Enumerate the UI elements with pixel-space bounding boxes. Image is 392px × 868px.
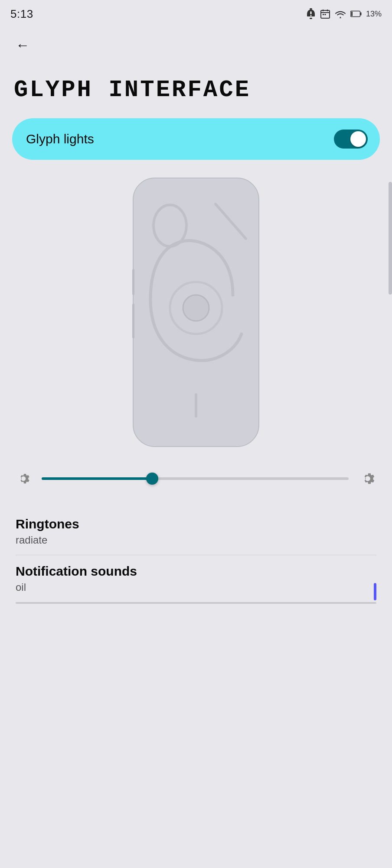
- alert-icon: [306, 8, 316, 19]
- toggle-knob: [350, 131, 366, 147]
- svg-rect-20: [132, 269, 134, 295]
- glyph-lights-toggle-card[interactable]: Glyph lights: [12, 118, 380, 160]
- glyph-lights-label: Glyph lights: [26, 132, 94, 146]
- svg-rect-21: [132, 304, 134, 338]
- back-button[interactable]: ←: [12, 35, 33, 55]
- scrollbar[interactable]: [389, 182, 392, 295]
- svg-rect-3: [310, 11, 311, 14]
- brightness-slider-row: [0, 468, 392, 489]
- phone-svg: [129, 174, 263, 451]
- ringtones-section[interactable]: Ringtones radiate: [0, 508, 392, 555]
- battery-percentage: 13%: [366, 10, 382, 19]
- svg-point-18: [183, 295, 209, 321]
- phone-illustration: [0, 174, 392, 451]
- notification-sounds-label: Notification sounds: [16, 564, 376, 579]
- svg-rect-0: [310, 8, 312, 10]
- ringtones-value: radiate: [16, 534, 376, 546]
- svg-rect-2: [310, 18, 312, 19]
- calendar-icon: [320, 9, 330, 19]
- battery-icon: [350, 10, 362, 18]
- svg-rect-4: [310, 15, 311, 16]
- wifi-icon: [335, 10, 346, 18]
- slider-thumb[interactable]: [146, 473, 158, 485]
- svg-rect-10: [324, 14, 326, 15]
- svg-rect-9: [323, 14, 324, 15]
- status-bar: 5:13 13: [0, 0, 392, 26]
- back-area: ←: [0, 26, 392, 60]
- brightness-high-icon: [357, 468, 378, 489]
- ringtones-label: Ringtones: [16, 517, 376, 531]
- brightness-low-icon: [14, 469, 33, 488]
- page-title: GLYPH INTERFACE: [14, 77, 378, 103]
- bottom-scroll-area: [0, 602, 392, 604]
- brightness-slider[interactable]: [42, 477, 349, 480]
- notification-sounds-section[interactable]: Notification sounds oil: [0, 555, 392, 593]
- bottom-scroll-track: [16, 602, 376, 604]
- page-title-area: GLYPH INTERFACE: [0, 60, 392, 118]
- status-time: 5:13: [10, 7, 33, 21]
- status-icons: 13%: [306, 8, 382, 19]
- bottom-scroll-indicator: [374, 583, 376, 600]
- slider-track-fill: [42, 477, 152, 480]
- glyph-lights-switch[interactable]: [334, 130, 368, 149]
- svg-rect-12: [360, 13, 362, 16]
- svg-rect-13: [351, 12, 353, 16]
- notification-sounds-value: oil: [16, 581, 376, 593]
- back-arrow-icon: ←: [16, 38, 29, 52]
